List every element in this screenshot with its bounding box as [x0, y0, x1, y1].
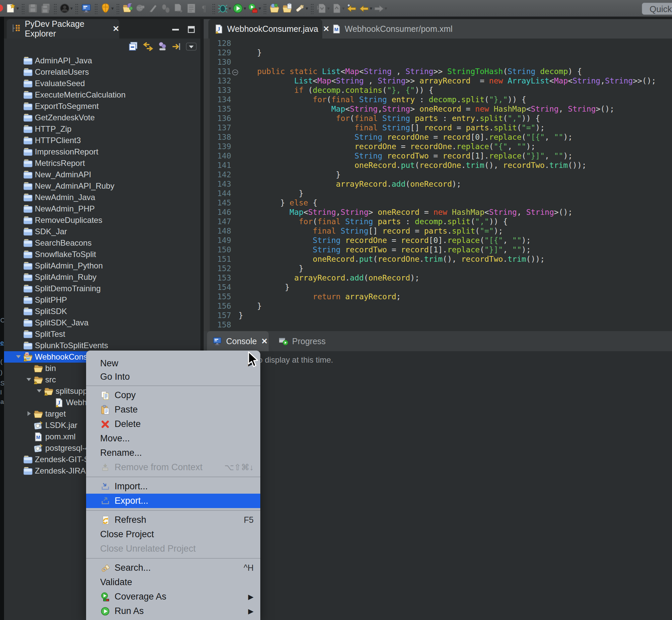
tree-item-http-zip[interactable]: HTTP_Zip: [4, 123, 200, 135]
menu-item-search[interactable]: Search...^H: [86, 561, 260, 575]
menu-item-move[interactable]: Move...: [86, 431, 260, 446]
chevron-down-icon[interactable]: ▾: [342, 5, 345, 11]
code-line-158: 158: [204, 320, 672, 329]
menu-item-run-as[interactable]: Run As▶: [86, 604, 260, 618]
menu-item-copy[interactable]: Copy: [86, 388, 260, 403]
tab-pydev-package-explorer[interactable]: PyDev Package Explorer ✕: [7, 19, 119, 39]
menu-item-rename[interactable]: Rename...: [86, 446, 260, 460]
chevron-down-icon[interactable]: ▾: [111, 5, 114, 11]
menu-item-import[interactable]: Import...: [86, 479, 260, 494]
menu-item-refresh[interactable]: RefreshF5: [86, 513, 260, 527]
coverage-icon: [100, 592, 110, 602]
run-button[interactable]: ▾: [232, 2, 246, 15]
console-tab-console[interactable]: Console✕: [207, 331, 269, 351]
tree-item-searchbeacons[interactable]: SearchBeacons: [4, 237, 200, 249]
tree-item-sdk-jar[interactable]: SDK_Jar: [4, 226, 200, 237]
menu-item-export[interactable]: Export...: [86, 494, 260, 508]
link-with-editor-icon[interactable]: [143, 41, 154, 54]
mark-occurrences-button[interactable]: ▾: [294, 2, 308, 15]
focus-task-icon[interactable]: [171, 41, 182, 54]
user-profile-button[interactable]: ▾: [59, 2, 73, 15]
tree-item-splitphp[interactable]: SplitPHP: [4, 294, 200, 306]
editor-tabbar: JWebhookConsumer.java✕MWebhookConsumer/p…: [204, 19, 672, 39]
open-console-button[interactable]: [81, 2, 92, 15]
quick-access-button[interactable]: Quick Ac: [642, 3, 672, 15]
expander-open-icon[interactable]: [15, 353, 23, 361]
code-viewport[interactable]: 128129 }130131 public static List<Map<St…: [204, 39, 672, 331]
code-text: oneRecord.put(recordOne.trim(), recordTw…: [238, 160, 586, 170]
chevron-down-icon[interactable]: ▾: [259, 5, 261, 11]
menu-item-new[interactable]: New▶: [86, 357, 260, 370]
tree-item-splitadmin-ruby[interactable]: SplitAdmin_Ruby: [4, 271, 200, 283]
tree-item-label: SplitSDK: [35, 307, 67, 316]
package-presentation-icon[interactable]: [157, 41, 168, 54]
chevron-down-icon[interactable]: ▾: [385, 5, 387, 11]
view-menu-icon[interactable]: [185, 41, 197, 54]
tree-item-correlateusers[interactable]: CorrelateUsers: [4, 66, 200, 78]
tree-item-splitdemotraining[interactable]: SplitDemoTraining: [4, 283, 200, 294]
tree-item-splunktosplitevents[interactable]: SplunkToSplitEvents: [4, 340, 200, 351]
tree-item-getzendeskvote[interactable]: GetZendeskVote: [4, 112, 200, 123]
tree-item-splitadmin-python[interactable]: SplitAdmin_Python: [4, 260, 200, 271]
tree-item-removeduplicates[interactable]: RemoveDuplicates: [4, 214, 200, 226]
toolbar-separator: [95, 3, 98, 14]
maven-xml-icon: M: [332, 24, 341, 34]
console-tab-progress[interactable]: Progress: [273, 331, 340, 351]
menu-item-go-into[interactable]: Go Into: [86, 370, 260, 383]
close-icon[interactable]: ✕: [113, 24, 119, 34]
tree-item-new-adminapi-ruby[interactable]: New_AdminAPI_Ruby: [4, 180, 200, 192]
tree-item-snowflaketosplit[interactable]: SnowflakeToSplit: [4, 249, 200, 260]
tree-item-adminapi-java[interactable]: AdminAPI_Java: [4, 55, 200, 66]
chevron-down-icon[interactable]: ▾: [70, 5, 73, 11]
editor-tab-webhookconsumer-java[interactable]: JWebhookConsumer.java✕: [208, 19, 322, 39]
open-perspective-button[interactable]: [269, 2, 280, 15]
editor-tab-webhookconsumer-pom-xml[interactable]: MWebhookConsumer/pom.xml: [326, 19, 444, 39]
tree-item-splitsdk[interactable]: SplitSDK: [4, 306, 200, 317]
chevron-down-icon[interactable]: ▾: [327, 5, 330, 11]
close-icon[interactable]: ✕: [261, 337, 268, 346]
project-folder-icon: [23, 158, 33, 168]
collapse-all-icon[interactable]: [128, 41, 139, 54]
console-panel: Console✕Progress No consoles to display …: [204, 331, 672, 620]
tree-item-httpclient3[interactable]: HTTPClient3: [4, 135, 200, 146]
open-folder-package-button[interactable]: [122, 2, 133, 15]
debug-button[interactable]: ▾: [218, 2, 231, 15]
chevron-down-icon[interactable]: ▾: [229, 5, 231, 11]
tree-item-exporttosegment[interactable]: ExportToSegment: [4, 101, 200, 112]
expander-spacer: [46, 399, 54, 407]
chevron-down-icon[interactable]: ▾: [243, 5, 246, 11]
chevron-down-icon[interactable]: ▾: [305, 5, 308, 11]
tree-item-executemetriccalculation[interactable]: ExecuteMetricCalculation: [4, 89, 200, 101]
tree-item-metricsreport[interactable]: MetricsReport: [4, 157, 200, 169]
menu-item-coverage-as[interactable]: Coverage As▶: [86, 589, 260, 604]
line-number: 136: [210, 114, 231, 123]
tree-item-splitsdk-java[interactable]: SplitSDK_Java: [4, 317, 200, 328]
expander-open-icon[interactable]: [25, 376, 33, 384]
minimize-button[interactable]: [171, 26, 181, 33]
menu-item-close-project[interactable]: Close Project: [86, 527, 260, 541]
open-task-button[interactable]: [282, 2, 293, 15]
tree-item-splittest[interactable]: SplitTest: [4, 328, 200, 340]
menu-item-validate[interactable]: Validate: [86, 575, 260, 589]
last-edit-location-button[interactable]: [346, 2, 357, 15]
checkstyle-button[interactable]: ▾: [100, 2, 114, 15]
tree-item-impressionreport[interactable]: ImpressionReport: [4, 146, 200, 157]
tree-item-newadmin-java[interactable]: NewAdmin_Java: [4, 192, 200, 203]
tree-item-new-adminapi[interactable]: New_AdminAPI: [4, 169, 200, 180]
fold-collapse-icon[interactable]: [232, 68, 238, 75]
project-folder-icon: [23, 284, 33, 294]
chevron-down-icon[interactable]: ▾: [370, 5, 373, 11]
back-button[interactable]: ▾: [359, 2, 373, 15]
tree-item-newadmin-php[interactable]: NewAdmin_PHP: [4, 203, 200, 214]
chevron-down-icon[interactable]: ▾: [16, 5, 19, 11]
expander-open-icon[interactable]: [36, 387, 44, 395]
expander-closed-icon[interactable]: [25, 410, 33, 418]
show-whitespace-button: ¶: [198, 2, 210, 15]
new-wizard-button[interactable]: ▾: [5, 2, 19, 15]
tree-item-evaluateseed[interactable]: EvaluateSeed: [4, 78, 200, 89]
menu-item-paste[interactable]: Paste: [86, 403, 260, 417]
maximize-button[interactable]: [186, 26, 197, 33]
menu-item-delete[interactable]: Delete: [86, 417, 260, 431]
expander-spacer: [15, 227, 23, 236]
profile-button[interactable]: ▾: [247, 2, 261, 15]
